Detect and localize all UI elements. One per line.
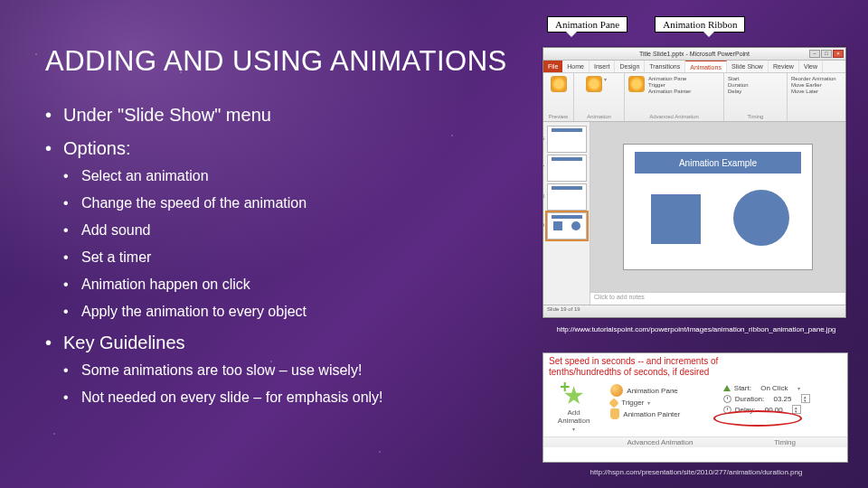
tab-review[interactable]: Review (769, 61, 799, 72)
move-later-button[interactable]: Move Later (791, 89, 818, 94)
animation-painter-button[interactable]: Animation Painter (648, 89, 691, 94)
thumb-num: 17 (543, 164, 544, 170)
slide-thumbnails: 16 17 18 19 (543, 122, 590, 305)
fig2-mid-col: Animation Pane Trigger ▾ Animation Paint… (606, 381, 712, 435)
animation-pane-button[interactable]: Animation Pane (648, 76, 686, 81)
fig2-add-animation[interactable]: Add Animation ▾ (547, 381, 600, 435)
fig2-footer: Advanced Animation Timing (543, 436, 847, 447)
callout-row: Animation Pane Animation Ribbon (547, 16, 854, 33)
slide-canvas: Animation Example (590, 122, 845, 292)
callout-animation-ribbon: Animation Ribbon (655, 16, 745, 33)
add-animation-icon (562, 384, 586, 408)
fig2-trigger[interactable]: Trigger ▾ (610, 399, 650, 407)
tab-transitions[interactable]: Transitions (645, 61, 685, 72)
bullet-options-label: Options: (63, 138, 130, 158)
duration-label: Duration (728, 82, 749, 88)
fig2-group-timing: Timing (722, 436, 847, 447)
example-circle-icon (733, 190, 789, 246)
fig2-header-line1: Set speed in seconds -- and increments o… (549, 356, 842, 367)
fig2-group-advanced: Advanced Animation (598, 436, 722, 447)
trigger-button[interactable]: Trigger (648, 82, 665, 88)
fig2-animation-pane[interactable]: Animation Pane (610, 384, 677, 397)
thumb-16[interactable]: 16 (547, 126, 587, 153)
thumb-19[interactable]: 19 (547, 212, 587, 239)
clock-icon (723, 395, 731, 403)
fig2-add-label: Add Animation (552, 409, 596, 426)
ribbon-group-preview: Preview (543, 73, 574, 121)
tab-insert[interactable]: Insert (590, 61, 616, 72)
window-title: Title Slide1.pptx - Microsoft PowerPoint (639, 51, 750, 57)
window-titlebar: Title Slide1.pptx - Microsoft PowerPoint… (543, 48, 845, 61)
opt-apply-every: Apply the animation to every object (63, 304, 524, 320)
window-close-icon[interactable]: × (833, 50, 844, 58)
fig2-start-row[interactable]: Start: On Click ▾ (723, 384, 800, 392)
bullet-slideshow-menu: Under "Slide Show" menu (45, 105, 524, 126)
figure1-caption: http://www.tutorialspoint.com/powerpoint… (542, 325, 850, 333)
powerpoint-window: Title Slide1.pptx - Microsoft PowerPoint… (542, 47, 846, 318)
opt-change-speed: Change the speed of the animation (63, 195, 524, 211)
mini-slide: Animation Example (623, 144, 813, 270)
bullet-key-guidelines-label: Key Guidelines (63, 333, 185, 352)
tab-file[interactable]: File (543, 61, 562, 72)
thumb-num: 16 (543, 136, 544, 141)
tab-home[interactable]: Home (562, 61, 590, 72)
fig2-duration-row[interactable]: Duration: 03.25 ▴▾ (723, 394, 810, 403)
tab-design[interactable]: Design (615, 61, 645, 72)
thumb-num: 18 (543, 193, 544, 199)
delay-label: Delay (728, 89, 741, 94)
window-maximize-icon[interactable]: □ (821, 50, 832, 58)
start-label: Start (728, 76, 740, 81)
example-square-icon (651, 194, 701, 244)
thumb-num: 19 (543, 222, 544, 228)
animation-gallery-icon[interactable] (586, 76, 602, 92)
trigger-icon (609, 398, 619, 408)
ribbon-tabs: File Home Insert Design Transitions Anim… (543, 61, 845, 73)
opt-on-click: Animation happen on click (63, 277, 524, 293)
example-title: Animation Example (635, 152, 801, 174)
bullet-content: Under "Slide Show" menu Options: Select … (45, 105, 524, 406)
ribbon: Preview ▾ Animation Animation Pane Trigg… (543, 73, 845, 122)
ppt-body: 16 17 18 19 Animation Example Click to a… (543, 122, 845, 305)
red-circle-highlight (713, 410, 802, 427)
duration-value: 03.25 (774, 395, 792, 403)
reorder-label: Reorder Animation (791, 76, 836, 81)
move-earlier-button[interactable]: Move Earlier (791, 82, 822, 88)
guideline-emphasis: Not needed on every slide – for emphasis… (63, 389, 524, 406)
thumb-18[interactable]: 18 (547, 183, 587, 211)
ribbon-label-animation: Animation (578, 114, 620, 119)
ribbon-label-timing: Timing (728, 114, 783, 119)
opt-add-sound: Add sound (63, 222, 524, 239)
preview-icon[interactable] (551, 76, 567, 92)
tab-slideshow[interactable]: Slide Show (727, 61, 769, 72)
tab-animations[interactable]: Animations (685, 61, 727, 72)
fig2-header: Set speed in seconds -- and increments o… (543, 353, 847, 378)
bullet-options: Options: Select an animation Change the … (45, 138, 524, 320)
notes-placeholder[interactable]: Click to add notes (590, 292, 845, 305)
ribbon-group-reorder: Reorder Animation Move Earlier Move Late… (788, 73, 842, 121)
painter-icon (610, 408, 619, 419)
window-minimize-icon[interactable]: – (809, 50, 820, 58)
callout-animation-pane: Animation Pane (547, 16, 627, 33)
add-animation-icon[interactable] (628, 76, 645, 92)
duration-figure: Set speed in seconds -- and increments o… (542, 352, 848, 463)
figure2-caption: http://hspn.com/presentation/site/2010/2… (542, 468, 850, 476)
thumb-17[interactable]: 17 (547, 155, 587, 182)
ribbon-label-advanced: Advanced Animation (628, 114, 720, 119)
slide-area: Animation Example Click to add notes (590, 122, 845, 305)
bullet-key-guidelines: Key Guidelines Some animations are too s… (45, 333, 524, 406)
gallery-expand-icon[interactable]: ▾ (604, 76, 613, 94)
spinner-icon[interactable]: ▴▾ (801, 394, 810, 403)
play-icon (723, 385, 731, 391)
status-bar: Slide 19 of 19 (543, 305, 845, 317)
opt-set-timer: Set a timer (63, 249, 524, 266)
fig2-right-col: Start: On Click ▾ Duration: 03.25 ▴▾ Del… (719, 381, 844, 435)
fig2-painter[interactable]: Animation Painter (610, 408, 680, 419)
pane-icon (610, 384, 623, 397)
tab-view[interactable]: View (799, 61, 823, 72)
spinner-icon[interactable]: ▴▾ (792, 405, 801, 414)
guideline-too-slow: Some animations are too slow – use wisel… (63, 362, 524, 379)
opt-select-animation: Select an animation (63, 168, 524, 184)
ribbon-group-timing: Start Duration Delay Timing (724, 73, 788, 121)
ribbon-group-advanced: Animation Pane Trigger Animation Painter… (625, 73, 724, 121)
dropdown-icon: ▾ (572, 426, 575, 432)
